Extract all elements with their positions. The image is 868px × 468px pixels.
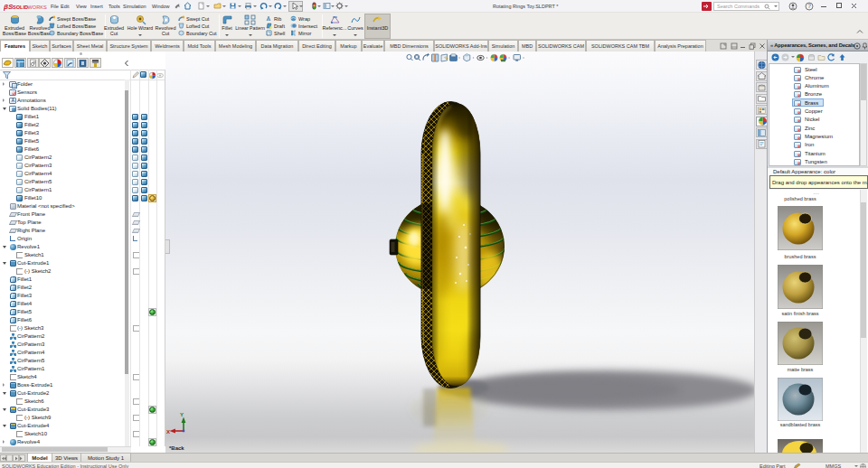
svg-text:X: X	[166, 429, 170, 435]
svg-text:?: ?	[807, 3, 811, 9]
svg-text:SOLID: SOLID	[13, 5, 28, 10]
svg-text:WORKS: WORKS	[28, 5, 47, 10]
svg-text:Y: Y	[180, 412, 184, 417]
